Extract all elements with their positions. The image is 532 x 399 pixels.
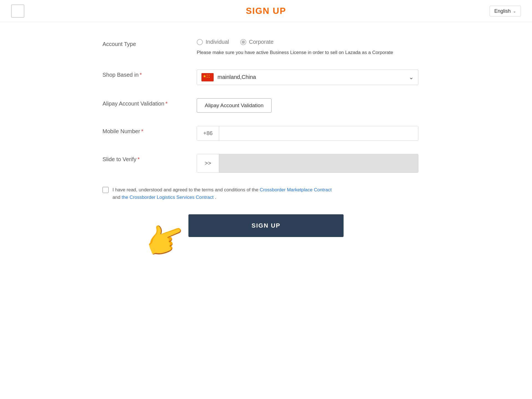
shop-based-in-label: Shop Based in * xyxy=(103,69,197,78)
account-type-options: Individual Corporate xyxy=(197,39,429,45)
mobile-prefix: +86 xyxy=(197,126,219,140)
signup-button[interactable]: SIGN UP xyxy=(188,214,344,237)
mobile-number-control: +86 xyxy=(197,126,429,141)
signup-form: Account Type Individual Corporate Please… xyxy=(103,39,429,237)
alipay-control: Alipay Account Validation xyxy=(197,98,429,113)
terms-checkbox[interactable] xyxy=(103,187,109,193)
slide-track xyxy=(219,154,418,173)
terms-row: I have read, understood and agreed to th… xyxy=(103,186,429,201)
mobile-number-row: Mobile Number * +86 xyxy=(103,126,429,141)
radio-circle-corporate xyxy=(240,39,246,45)
chevron-down-icon: ⌄ xyxy=(513,9,516,13)
slide-verify-widget[interactable]: >> xyxy=(197,154,418,173)
crossborder-marketplace-link[interactable]: Crossborder Marketplace Contract xyxy=(260,187,332,192)
account-type-note: Please make sure you have active Busines… xyxy=(197,49,429,56)
shop-select-left: mainland,China xyxy=(201,73,256,81)
mobile-input[interactable] xyxy=(219,126,418,140)
shop-based-in-select[interactable]: mainland,China ⌄ xyxy=(197,69,418,85)
page-title: SIGN UP xyxy=(246,6,286,16)
language-selector[interactable]: English ⌄ xyxy=(490,6,521,16)
account-type-control: Individual Corporate Please make sure yo… xyxy=(197,39,429,56)
shop-based-in-row: Shop Based in * mainland,China ⌄ xyxy=(103,69,429,85)
logo xyxy=(11,4,24,18)
radio-individual[interactable]: Individual xyxy=(197,39,229,45)
required-star-alipay: * xyxy=(165,101,168,107)
crossborder-logistics-link[interactable]: the Crossborder Logistics Services Contr… xyxy=(122,195,214,200)
slide-handle[interactable]: >> xyxy=(197,154,219,173)
account-type-label: Account Type xyxy=(103,39,197,47)
mobile-input-group: +86 xyxy=(197,126,418,141)
account-type-row: Account Type Individual Corporate Please… xyxy=(103,39,429,56)
slide-verify-control: >> xyxy=(197,154,429,173)
china-flag-icon xyxy=(201,73,214,81)
required-star-mobile: * xyxy=(141,128,144,135)
alipay-label: Alipay Account Validation * xyxy=(103,98,197,107)
signup-button-wrapper: SIGN UP xyxy=(103,214,429,237)
radio-circle-individual xyxy=(197,39,203,45)
required-star-slide: * xyxy=(137,156,140,163)
terms-text: I have read, understood and agreed to th… xyxy=(112,186,332,201)
slide-verify-row: Slide to Verify * >> xyxy=(103,154,429,173)
main-content: Account Type Individual Corporate Please… xyxy=(86,39,446,237)
required-star: * xyxy=(140,72,142,78)
chevron-down-icon: ⌄ xyxy=(409,74,414,81)
alipay-validation-button[interactable]: Alipay Account Validation xyxy=(197,98,272,113)
slide-verify-label: Slide to Verify * xyxy=(103,154,197,163)
shop-based-in-value: mainland,China xyxy=(218,74,256,80)
radio-corporate[interactable]: Corporate xyxy=(240,39,274,45)
logo-box xyxy=(11,4,24,18)
alipay-row: Alipay Account Validation * Alipay Accou… xyxy=(103,98,429,113)
header: SIGN UP English ⌄ xyxy=(0,0,532,22)
shop-based-in-control: mainland,China ⌄ xyxy=(197,69,429,85)
mobile-number-label: Mobile Number * xyxy=(103,126,197,135)
language-label: English xyxy=(494,8,511,14)
